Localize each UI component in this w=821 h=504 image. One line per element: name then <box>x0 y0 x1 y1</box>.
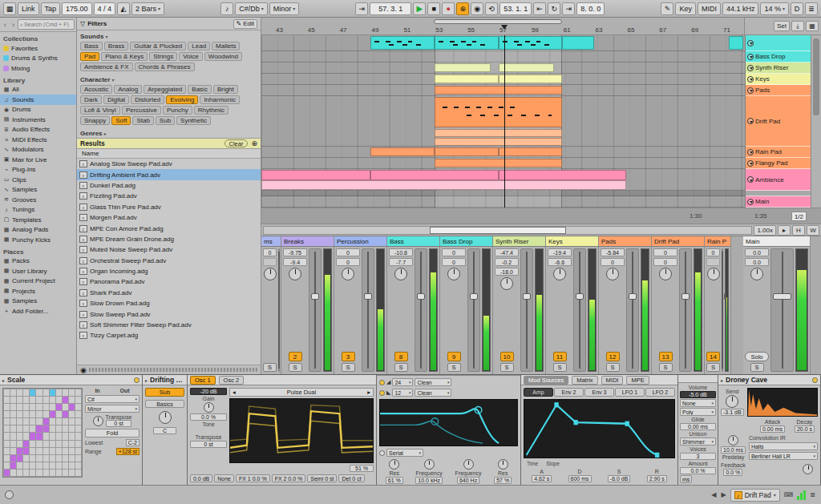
tap-tempo-button[interactable]: Tap <box>41 2 61 15</box>
osc-param[interactable]: FX 2 0.0 % <box>272 474 306 482</box>
scale-grid-cell[interactable] <box>56 411 62 417</box>
filter-tag[interactable]: Analog <box>114 85 142 94</box>
mixer-track-name[interactable]: Synth Riser <box>493 236 545 247</box>
scale-grid-cell[interactable] <box>30 411 35 417</box>
scale-grid-cell[interactable] <box>4 425 10 432</box>
osc-transpose-value[interactable]: 0 st <box>190 441 227 448</box>
transpose-knob[interactable] <box>93 416 103 426</box>
capture-midi-button[interactable]: ⟲ <box>485 2 498 15</box>
scale-grid-cell[interactable] <box>17 411 22 417</box>
scale-grid-cell[interactable] <box>36 425 42 432</box>
track-fold-icon[interactable] <box>747 40 754 46</box>
overdub-button[interactable]: ⊕ <box>456 2 469 15</box>
filter-tag[interactable]: Synthetic <box>176 116 211 125</box>
predelay-knob[interactable] <box>728 435 738 446</box>
browser-file-row[interactable]: ≡ MPE Dream Grain Drone.adg <box>77 234 261 244</box>
filter-tag[interactable]: Basic <box>188 85 212 94</box>
arrangement-clip[interactable] <box>435 159 563 167</box>
glide-unit-toggle[interactable]: ms <box>680 475 692 483</box>
scale-grid-cell[interactable] <box>4 411 10 417</box>
volume-mod-menu[interactable]: None▾ <box>680 399 716 407</box>
scale-grid-cell[interactable] <box>69 389 75 396</box>
filter-knob-group[interactable]: Frequency 640 Hz <box>455 459 482 484</box>
scale-grid-cell[interactable] <box>10 389 16 396</box>
scale-grid-cell[interactable] <box>30 418 35 425</box>
scale-grid-cell[interactable] <box>63 455 68 462</box>
sidebar-item[interactable]: ▣ Max for Live <box>0 155 76 165</box>
fader-handle[interactable] <box>629 293 637 300</box>
filter-tag[interactable]: Acoustic <box>80 85 112 94</box>
track-header[interactable]: Keys <box>746 74 811 85</box>
track-fold-icon[interactable] <box>747 54 754 60</box>
scale-grid-cell[interactable] <box>17 418 22 425</box>
filter-tag[interactable]: Voice <box>179 52 203 61</box>
filter-tag[interactable]: Bass <box>80 42 103 50</box>
scale-grid-cell[interactable] <box>36 455 42 462</box>
track-header[interactable]: Pads <box>746 85 811 96</box>
solo-button[interactable]: S <box>750 363 764 372</box>
solo-button[interactable]: S <box>606 363 620 372</box>
voices-value[interactable]: 3 <box>680 453 716 460</box>
scale-grid-cell[interactable] <box>69 404 75 410</box>
scale-grid-cell[interactable] <box>30 425 35 432</box>
peak-value[interactable]: -7.7 <box>389 258 413 266</box>
scale-grid-cell[interactable] <box>36 448 42 454</box>
track-header[interactable]: Ambience <box>746 169 811 191</box>
peak-value[interactable]: 0 <box>442 258 466 266</box>
sidebar-item[interactable]: Mixing <box>0 63 76 74</box>
mod-sub-tab[interactable]: Amp <box>524 388 553 397</box>
sidebar-item[interactable]: ≡ MIDI Effects <box>0 135 76 145</box>
loop-length-field[interactable]: 8. 0. 0 <box>576 2 605 15</box>
browser-file-row[interactable]: ≡ Analog Slow Sweep Pad.adv <box>77 159 261 169</box>
decay-value[interactable]: 20.0 s <box>795 425 815 433</box>
scale-grid-cell[interactable] <box>30 404 35 410</box>
chain-pan-knob[interactable] <box>159 411 172 424</box>
arrangement-clip[interactable] <box>499 75 563 83</box>
scale-grid-cell[interactable] <box>50 404 55 410</box>
scale-name-menu[interactable]: Minor▾ <box>85 405 140 413</box>
bar-ruler[interactable]: 434547495153555759616365676971 <box>261 18 745 34</box>
arrangement-position-field[interactable]: 57. 3. 1 <box>370 2 411 15</box>
scale-base-menu[interactable]: C#▾ <box>85 395 140 403</box>
track-header[interactable]: Synth Riser <box>746 62 811 74</box>
envelope-param[interactable]: D 600 ms <box>568 469 592 482</box>
filter-tag[interactable]: Evolving <box>166 95 198 104</box>
arrangement-clip[interactable] <box>435 86 563 95</box>
track-header-stub[interactable] <box>746 35 811 51</box>
mod-sub-tab[interactable]: LFO 1 <box>615 388 645 397</box>
loop-switch[interactable]: ↻ <box>548 2 560 15</box>
arrangement-clip[interactable] <box>435 138 563 146</box>
sidebar-item[interactable]: ♪ Tunings <box>0 205 76 216</box>
osc-param[interactable]: 0.0 dB <box>190 474 212 482</box>
scale-grid-cell[interactable] <box>50 418 55 425</box>
scale-grid-cell[interactable] <box>56 433 62 439</box>
volume-fader[interactable] <box>722 248 723 372</box>
device-title-bar[interactable]: ▸ Droney Cave <box>718 375 820 385</box>
track-activator-button[interactable]: 8 <box>394 352 408 361</box>
preview-icon[interactable]: ◉ <box>80 366 87 374</box>
device-fold-icon[interactable]: ▸ <box>721 377 723 383</box>
overview-window[interactable] <box>430 227 566 234</box>
scale-grid-cell[interactable] <box>50 455 55 462</box>
scale-grid-cell[interactable] <box>17 448 22 454</box>
param-value[interactable]: 600 ms <box>568 475 592 482</box>
peak-value[interactable]: 0.0 <box>745 258 769 266</box>
mixer-track-name[interactable]: ms <box>261 236 281 247</box>
scale-grid-cell[interactable] <box>23 389 29 396</box>
track-activator-button[interactable]: 13 <box>659 352 673 361</box>
scale-grid-cell[interactable] <box>30 462 35 469</box>
scale-grid-cell[interactable] <box>23 455 29 462</box>
pan-knob[interactable] <box>342 268 354 280</box>
osc-param[interactable]: FX 1 0.0 % <box>236 474 270 482</box>
filter-tag[interactable]: Snappy <box>80 116 110 125</box>
envelope-param[interactable]: R 2.90 s <box>647 469 667 482</box>
scale-grid-cell[interactable] <box>4 404 10 410</box>
arrangement-clip[interactable] <box>261 170 370 180</box>
track-fold-icon[interactable] <box>747 65 754 71</box>
track-fold-icon[interactable] <box>747 87 754 94</box>
track-activator-button[interactable]: 14 <box>706 352 720 361</box>
arrangement-clip[interactable] <box>499 63 555 72</box>
scale-grid-cell[interactable] <box>43 455 49 462</box>
filter-tag[interactable]: Lead <box>188 42 210 50</box>
filter2-power-toggle[interactable] <box>379 390 385 396</box>
